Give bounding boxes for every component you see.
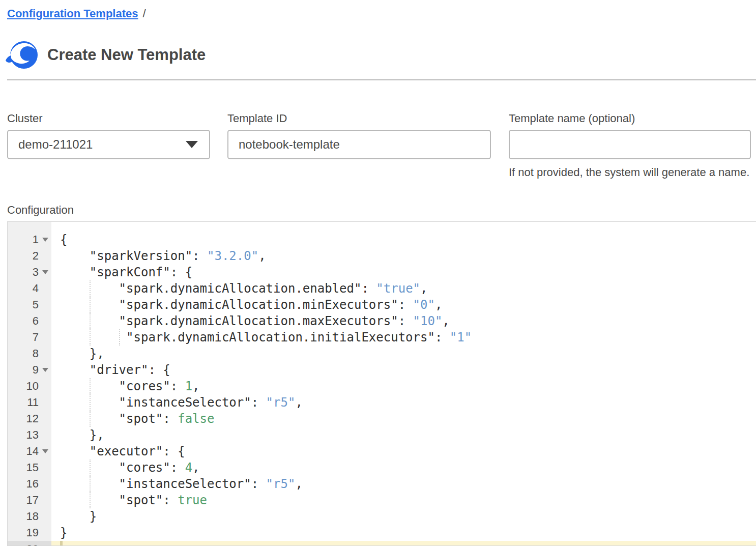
gutter-line-number[interactable]: 2: [8, 248, 51, 264]
code-line-content[interactable]: "sparkVersion": "3.2.0",: [51, 248, 756, 264]
line-number: 1: [33, 233, 39, 246]
token-plain: }: [60, 509, 97, 524]
gutter-line-number[interactable]: 10: [8, 378, 51, 394]
code-line-content[interactable]: "cores": 1,: [51, 378, 756, 394]
code-text: },: [51, 346, 756, 362]
template-name-input[interactable]: [509, 130, 751, 159]
token-string: "3.2.0": [207, 249, 258, 263]
fold-arrow-icon[interactable]: [42, 270, 48, 274]
code-line[interactable]: 16 "instanceSelector": "r5",: [8, 476, 756, 492]
token-plain: "sparkConf": {: [60, 265, 192, 279]
gutter-line-number[interactable]: 12: [8, 411, 51, 427]
code-line[interactable]: 9 "driver": {: [8, 362, 756, 378]
cluster-label: Cluster: [7, 112, 210, 125]
template-name-field: Template name (optional) If not provided…: [509, 112, 751, 179]
token-plain: "instanceSelector":: [60, 477, 266, 491]
code-line[interactable]: 15 "cores": 4,: [8, 459, 756, 476]
code-line[interactable]: 14 "executor": {: [8, 443, 756, 459]
code-line[interactable]: 11 "instanceSelector": "r5",: [8, 394, 756, 411]
gutter-line-number[interactable]: 18: [8, 508, 51, 525]
code-line[interactable]: 1{: [8, 232, 756, 248]
code-line[interactable]: 2 "sparkVersion": "3.2.0",: [8, 248, 756, 264]
code-line[interactable]: 8 },: [8, 346, 756, 362]
code-line-content[interactable]: "spark.dynamicAllocation.enabled": "true…: [51, 280, 756, 297]
token-string: "10": [413, 314, 443, 328]
page: Configuration Templates/ Create New Temp…: [0, 7, 756, 546]
code-line[interactable]: 12 "spot": false: [8, 411, 756, 427]
code-line-content[interactable]: {: [51, 232, 756, 248]
token-plain: },: [60, 428, 104, 442]
gutter-line-number[interactable]: 16: [8, 476, 51, 492]
code-line-content[interactable]: "cores": 4,: [51, 459, 756, 476]
code-line[interactable]: 3 "sparkConf": {: [8, 264, 756, 280]
gutter-line-number[interactable]: 15: [8, 459, 51, 476]
code-line[interactable]: 10 "cores": 1,: [8, 378, 756, 394]
code-line[interactable]: 13 },: [8, 427, 756, 443]
code-line[interactable]: 18 }: [8, 508, 756, 525]
gutter-line-number[interactable]: 1: [8, 232, 51, 248]
code-line[interactable]: 19}: [8, 525, 756, 541]
code-line-content[interactable]: "driver": {: [51, 362, 756, 378]
code-line[interactable]: 7 "spark.dynamicAllocation.initialExecut…: [8, 329, 756, 346]
cluster-field: Cluster demo-211021: [7, 112, 210, 179]
gutter-line-number[interactable]: 13: [8, 427, 51, 443]
gutter-line-number[interactable]: 6: [8, 313, 51, 329]
gutter-line-number[interactable]: 19: [8, 525, 51, 541]
token-plain: "spot":: [60, 493, 178, 507]
fold-arrow-icon[interactable]: [42, 368, 48, 372]
template-name-helper-text: If not provided, the system will generat…: [509, 166, 751, 179]
line-number: 3: [33, 266, 39, 279]
code-line-content[interactable]: },: [51, 427, 756, 443]
cluster-select[interactable]: demo-211021: [7, 130, 210, 159]
fold-slot: [39, 270, 51, 274]
template-id-input[interactable]: [227, 130, 491, 159]
code-line[interactable]: 17 "spot": true: [8, 492, 756, 508]
code-line-content[interactable]: }: [51, 508, 756, 525]
token-string: "0": [413, 298, 435, 312]
fold-slot: [39, 449, 51, 453]
code-line[interactable]: 5 "spark.dynamicAllocation.minExecutors"…: [8, 297, 756, 313]
code-line[interactable]: 20: [8, 541, 756, 546]
gutter-line-number[interactable]: 5: [8, 297, 51, 313]
fold-arrow-icon[interactable]: [42, 449, 48, 453]
gutter-line-number[interactable]: 3: [8, 264, 51, 280]
code-line-content[interactable]: },: [51, 346, 756, 362]
gutter-line-number[interactable]: 14: [8, 443, 51, 459]
gutter-line-number[interactable]: 8: [8, 346, 51, 362]
breadcrumb-link-configuration-templates[interactable]: Configuration Templates: [7, 7, 138, 20]
gutter-line-number[interactable]: 9: [8, 362, 51, 378]
template-id-label: Template ID: [227, 112, 491, 125]
code-line-content[interactable]: "spot": false: [51, 411, 756, 427]
line-number: 17: [26, 494, 39, 507]
gutter-line-number[interactable]: 17: [8, 492, 51, 508]
code-line-content[interactable]: "executor": {: [51, 443, 756, 459]
page-header: Create New Template: [5, 40, 756, 70]
gutter-line-number[interactable]: 20: [8, 541, 51, 546]
line-number: 18: [26, 510, 39, 523]
token-boolean: true: [178, 493, 207, 507]
code-line-content[interactable]: "instanceSelector": "r5",: [51, 476, 756, 492]
token-plain: ,: [442, 314, 449, 328]
code-text: "spark.dynamicAllocation.enabled": "true…: [51, 280, 756, 297]
token-plain: "cores":: [60, 461, 185, 475]
code-line-content[interactable]: "spark.dynamicAllocation.maxExecutors": …: [51, 313, 756, 329]
code-line-content[interactable]: }: [51, 525, 756, 541]
fold-arrow-icon[interactable]: [42, 238, 48, 242]
text-cursor: [60, 541, 63, 546]
configuration-code-editor[interactable]: 1{2 "sparkVersion": "3.2.0",3 "sparkConf…: [7, 221, 756, 546]
template-form: Cluster demo-211021 Template ID Template…: [7, 112, 751, 179]
line-number: 14: [26, 445, 39, 458]
code-line-content[interactable]: "sparkConf": {: [51, 264, 756, 280]
code-line-content[interactable]: "instanceSelector": "r5",: [51, 394, 756, 411]
code-line-content[interactable]: "spark.dynamicAllocation.initialExecutor…: [51, 329, 756, 346]
code-line-content[interactable]: [51, 541, 756, 546]
code-line[interactable]: 6 "spark.dynamicAllocation.maxExecutors"…: [8, 313, 756, 329]
code-line-content[interactable]: "spot": true: [51, 492, 756, 508]
line-number: 15: [26, 461, 39, 474]
gutter-line-number[interactable]: 11: [8, 394, 51, 411]
line-number: 20: [26, 542, 39, 546]
code-line-content[interactable]: "spark.dynamicAllocation.minExecutors": …: [51, 297, 756, 313]
code-line[interactable]: 4 "spark.dynamicAllocation.enabled": "tr…: [8, 280, 756, 297]
gutter-line-number[interactable]: 7: [8, 329, 51, 346]
gutter-line-number[interactable]: 4: [8, 280, 51, 297]
